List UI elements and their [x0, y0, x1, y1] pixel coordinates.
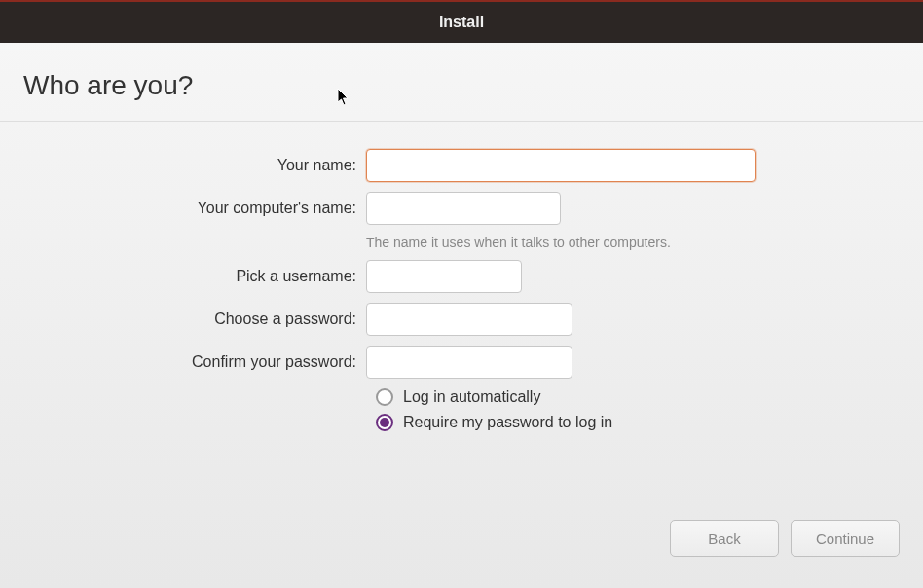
label-password: Choose a password:: [23, 311, 366, 328]
row-computer-name: Your computer's name:: [23, 192, 900, 225]
computer-name-input[interactable]: [366, 192, 561, 225]
row-confirm-password: Confirm your password:: [23, 346, 900, 379]
label-confirm-password: Confirm your password:: [23, 353, 366, 371]
radio-login-auto[interactable]: Log in automatically: [376, 388, 900, 406]
window-title: Install: [439, 14, 484, 31]
row-username: Pick a username:: [23, 260, 900, 293]
radio-label-require: Require my password to log in: [403, 414, 612, 431]
your-name-input[interactable]: [366, 149, 756, 182]
form-area: Your name: Your computer's name: The nam…: [0, 122, 923, 451]
row-password: Choose a password:: [23, 303, 900, 336]
continue-button[interactable]: Continue: [791, 520, 900, 557]
label-your-name: Your name:: [23, 157, 366, 174]
computer-name-hint: The name it uses when it talks to other …: [366, 235, 671, 250]
header-section: Who are you?: [0, 43, 923, 122]
radio-login-require[interactable]: Require my password to log in: [376, 414, 900, 431]
radio-icon: [376, 414, 393, 431]
row-your-name: Your name:: [23, 149, 900, 182]
row-computer-hint: The name it uses when it talks to other …: [23, 235, 900, 250]
label-computer-name: Your computer's name:: [23, 200, 366, 217]
back-button[interactable]: Back: [670, 520, 779, 557]
confirm-password-input[interactable]: [366, 346, 572, 379]
password-input[interactable]: [366, 303, 572, 336]
label-username: Pick a username:: [23, 268, 366, 285]
page-title: Who are you?: [23, 70, 900, 101]
titlebar: Install: [0, 0, 923, 43]
button-bar: Back Continue: [670, 520, 900, 557]
username-input[interactable]: [366, 260, 522, 293]
radio-label-auto: Log in automatically: [403, 388, 540, 406]
radio-icon: [376, 388, 393, 406]
login-option-group: Log in automatically Require my password…: [376, 388, 900, 431]
